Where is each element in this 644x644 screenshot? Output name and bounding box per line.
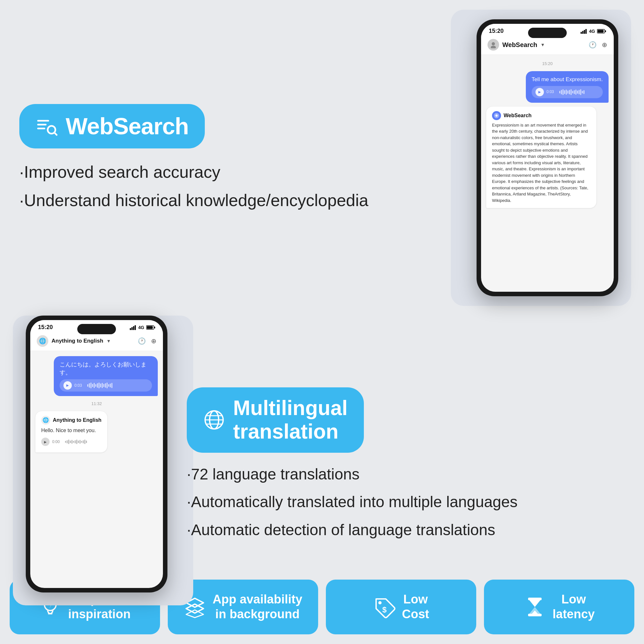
phone1-status-icons: 4G: [581, 29, 606, 34]
phone1-header-left: WebSearch ▼: [488, 39, 545, 51]
bottom-section: 15:20 4G: [0, 309, 644, 618]
waveform-en: [65, 439, 87, 445]
waveform-user: [559, 89, 584, 95]
plus-icon[interactable]: ⊕: [602, 41, 607, 49]
phone2-dynamic-island: [77, 324, 116, 334]
translation-bullet1: ·72 language translations: [187, 464, 625, 484]
audio-bar-user: ▶ 0:03: [532, 86, 603, 98]
japanese-msg-bubble: こんにちは。よろしくお願いします。 ▶ 0:03: [54, 356, 158, 396]
svg-rect-18: [135, 325, 136, 330]
phone2-dropdown-arrow: ▼: [107, 338, 111, 344]
phone2-header-icons: 🕐 ⊕: [138, 337, 156, 345]
avatar-icon: [490, 41, 497, 48]
ai-sender-icon: [492, 111, 501, 120]
english-sender: 🌐 Anything to English: [41, 416, 101, 425]
phone1-header-icons: 🕐 ⊕: [589, 41, 607, 49]
phone2-messages: こんにちは。よろしくお願いします。 ▶ 0:03: [30, 351, 163, 588]
svg-rect-15: [130, 328, 131, 330]
phone-panel-left: 15:20 4G: [19, 316, 174, 612]
phone1-dropdown-arrow: ▼: [541, 42, 545, 47]
phone2-mockup: 15:20 4G: [26, 316, 167, 592]
svg-line-4: [54, 133, 57, 135]
svg-rect-17: [133, 326, 134, 330]
svg-point-13: [491, 46, 496, 48]
translation-bullet3: ·Automatic detection of language transla…: [187, 520, 625, 540]
user-msg-text: Tell me about Expressionism.: [532, 76, 603, 83]
phone2-contact: Anything to English: [52, 338, 103, 344]
phone1-messages: 15:20 Tell me about Expressionism. ▶ 0:0…: [481, 55, 614, 292]
phone2-header: 🌐 Anything to English ▼ 🕐 ⊕: [30, 332, 163, 351]
top-section: WebSearch ·Improved search accuracy ·Und…: [0, 0, 644, 309]
svg-rect-11: [605, 30, 606, 32]
translation-panel: Multilingual translation ·72 language tr…: [187, 316, 625, 612]
phone1-dynamic-island: [528, 28, 567, 38]
msg-time-1: 15:20: [486, 61, 609, 66]
svg-rect-8: [585, 29, 587, 34]
phone2-header-left: 🌐 Anything to English ▼: [37, 335, 111, 347]
battery-icon-2: [146, 325, 155, 330]
network-label: 4G: [589, 29, 595, 34]
svg-rect-20: [147, 326, 153, 329]
websearch-panel: WebSearch ·Improved search accuracy ·Und…: [19, 19, 457, 296]
english-msg-text: Hello. Nice to meet you.: [41, 427, 101, 434]
japanese-msg-text: こんにちは。よろしくお願いします。: [60, 361, 152, 377]
ai-sender: WebSearch: [492, 111, 591, 120]
translation-title: Multilingual translation: [233, 396, 348, 444]
websearch-bullet2: ·Understand historical knowledge/encyclo…: [19, 190, 457, 212]
network-label-2: 4G: [138, 325, 144, 330]
phone-panel-right: 15:20 4G: [470, 19, 625, 296]
phone1-contact: WebSearch: [502, 41, 537, 49]
translation-badge: Multilingual translation: [187, 387, 364, 453]
english-msg-bubble: 🌐 Anything to English Hello. Nice to mee…: [35, 411, 107, 452]
svg-rect-6: [582, 31, 583, 34]
svg-rect-5: [581, 32, 582, 34]
globe-icon: [203, 409, 225, 431]
ai-response-text: Expressionism is an art movement that em…: [492, 122, 591, 204]
phone1-header: WebSearch ▼ 🕐 ⊕: [481, 36, 614, 55]
signal-icon: [581, 29, 587, 34]
msg-time-2: 11:32: [35, 401, 158, 406]
play-btn-en[interactable]: ▶: [41, 438, 50, 446]
play-btn-jp[interactable]: ▶: [63, 381, 72, 390]
ai-logo-icon: [494, 113, 499, 118]
ai-msg-bubble: WebSearch Expressionism is an art moveme…: [486, 107, 596, 208]
phone1-time: 15:20: [489, 28, 504, 34]
phone2-screen: 15:20 4G: [30, 320, 163, 588]
svg-rect-7: [584, 30, 585, 34]
audio-time-en: 0:00: [52, 439, 62, 445]
user-msg-bubble: Tell me about Expressionism. ▶ 0:03: [526, 71, 609, 103]
svg-rect-16: [131, 327, 133, 330]
svg-point-12: [492, 42, 495, 45]
audio-time-jp: 0:03: [74, 383, 85, 388]
waveform-jp: [87, 382, 112, 389]
audio-bar-jp: ▶ 0:03: [60, 379, 152, 392]
phone1-avatar: [488, 39, 499, 51]
svg-rect-10: [597, 30, 603, 33]
clock-icon-2[interactable]: 🕐: [138, 337, 146, 345]
phone2-time: 15:20: [38, 324, 53, 331]
phone2-avatar: 🌐: [37, 335, 48, 347]
websearch-bullet1: ·Improved search accuracy: [19, 161, 457, 183]
svg-rect-21: [154, 327, 155, 328]
signal-icon-2: [130, 325, 136, 330]
play-btn-user[interactable]: ▶: [535, 88, 544, 96]
translation-bullets: ·72 language translations ·Automatically…: [187, 464, 625, 540]
ai-sender-name: WebSearch: [504, 112, 532, 119]
audio-bar-en: ▶ 0:00: [41, 436, 101, 448]
websearch-icon: [35, 115, 58, 137]
english-sender-avatar: 🌐: [41, 416, 50, 425]
clock-icon[interactable]: 🕐: [589, 41, 597, 49]
websearch-bullets: ·Improved search accuracy ·Understand hi…: [19, 161, 457, 211]
plus-icon-2[interactable]: ⊕: [151, 337, 156, 345]
battery-icon: [597, 29, 606, 34]
websearch-title: WebSearch: [66, 113, 189, 139]
translation-bullet2: ·Automatically translated into multiple …: [187, 492, 625, 512]
phone1-screen: 15:20 4G: [481, 24, 614, 292]
websearch-badge: WebSearch: [19, 104, 205, 148]
audio-time-user: 0:03: [546, 89, 557, 95]
phone1-mockup: 15:20 4G: [477, 19, 618, 296]
english-sender-name: Anything to English: [53, 416, 101, 424]
phone2-status-icons: 4G: [130, 325, 155, 330]
content-wrapper: WebSearch ·Improved search accuracy ·Und…: [0, 0, 644, 580]
